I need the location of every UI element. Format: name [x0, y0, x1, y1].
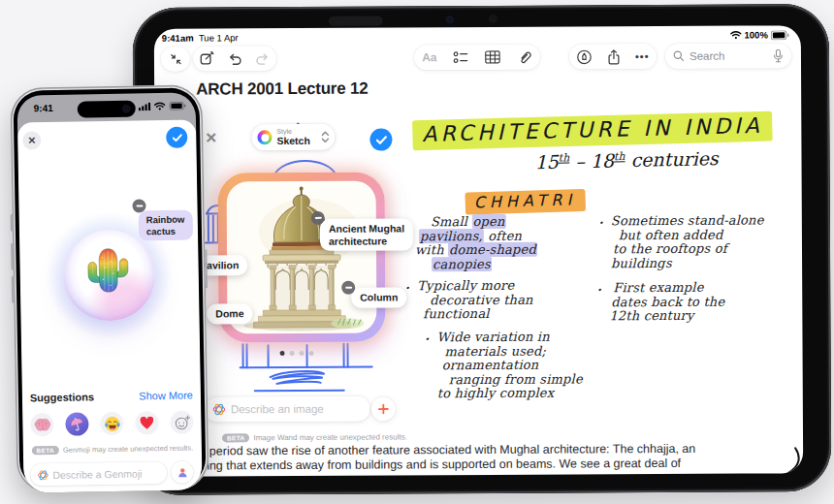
beta-note-text: Image Wand may create unexpected results… — [253, 432, 406, 442]
hw-section-highlight: CHHATRI — [465, 189, 585, 215]
collapse-button[interactable] — [161, 47, 190, 72]
ipad-camera-lens2-icon — [489, 15, 497, 23]
genmoji-sheet: ✕ — [17, 119, 203, 492]
attachment-button[interactable] — [517, 49, 532, 65]
iphone-volume-down-button — [12, 276, 15, 303]
cellular-icon — [139, 102, 151, 110]
battery-icon — [771, 30, 789, 40]
note-body-line2: ning that extends away from buildings an… — [200, 456, 695, 472]
style-selector[interactable]: StyleSketch — [251, 124, 335, 150]
suggestion-heart-emoji[interactable] — [135, 411, 158, 434]
search-placeholder: Search — [690, 49, 773, 61]
tools-toolbar: ••• — [569, 44, 657, 69]
edit-toolbar — [193, 46, 276, 71]
hw-bullet-right2: First exampledates back to the12th centu… — [609, 281, 724, 324]
wifi-icon — [730, 31, 742, 40]
genmoji-tag[interactable]: Rainbowcactus — [139, 210, 193, 241]
hw-heading: ARCHITECTURE IN INDIA — [412, 111, 773, 151]
search-field[interactable]: Search — [665, 43, 791, 69]
wifi-icon — [154, 102, 166, 110]
dynamic-island — [78, 101, 136, 118]
markup-button[interactable] — [576, 48, 593, 65]
apple-intelligence-icon — [37, 469, 48, 481]
genmoji-beta-note: BETA Genmoji may create unexpected resul… — [23, 443, 202, 455]
suggestions-label: Suggestions — [30, 391, 94, 403]
chevron-up-down-icon — [321, 131, 329, 143]
style-value: Sketch — [276, 136, 321, 146]
suggestion-laughing-emoji[interactable] — [100, 412, 123, 435]
wand-close-button[interactable]: ✕ — [205, 129, 217, 146]
genmoji-confirm-button[interactable] — [166, 127, 187, 148]
iphone-action-button — [11, 214, 14, 232]
table-button[interactable] — [485, 50, 500, 64]
share-button[interactable] — [607, 48, 621, 65]
style-color-ring-icon — [257, 130, 272, 144]
beta-note-text: Genmoji may create unexpected results. — [63, 444, 193, 455]
battery-percent: 100% — [745, 29, 768, 40]
hw-subheading: 15th – 18th centuries — [534, 147, 719, 173]
beta-badge: BETA — [31, 446, 59, 455]
iphone-status-time: 9:41 — [34, 103, 53, 113]
hw-bullet-right1: Sometimes stand-alonebut often addedto t… — [611, 213, 764, 270]
describe-image-placeholder: Describe an image — [231, 403, 324, 416]
hw-bullet-left2: Typically moredecorative thanfunctional — [417, 279, 533, 322]
ipad-camera-housing — [329, 16, 383, 26]
person-icon — [176, 466, 188, 478]
hw-heading-highlight: ARCHITECTURE IN INDIA — [412, 111, 773, 151]
text-format-button[interactable]: Aa — [422, 50, 436, 64]
ipad-status-left: 9:41am Tue 1 Apr — [162, 32, 239, 43]
show-more-link[interactable]: Show More — [139, 390, 193, 402]
ipad-camera-lens-icon — [447, 16, 453, 22]
describe-genmoji-input[interactable]: Describe a Genmoji — [30, 461, 167, 486]
tag-dome[interactable]: Dome — [207, 303, 252, 324]
tag-ancient-mughal[interactable]: Ancient Mughalarchitecture — [320, 218, 413, 251]
person-button[interactable] — [171, 461, 193, 484]
hw-section: CHHATRI — [465, 189, 585, 215]
page-dots[interactable] — [280, 351, 314, 356]
remove-tag-column-button[interactable] — [341, 281, 355, 295]
ipad-status-right: 100% — [730, 29, 789, 40]
checkmark-icon — [172, 133, 182, 142]
hw-bullet-left3: Wide variation inmaterials used;ornament… — [436, 330, 582, 400]
microphone-icon[interactable] — [773, 48, 784, 63]
genmoji-close-button[interactable]: ✕ — [22, 131, 41, 149]
battery-icon — [169, 102, 187, 110]
note-body-text: s period saw the rise of another feature… — [200, 442, 695, 473]
ipad-status-date: Tue 1 Apr — [199, 32, 239, 43]
suggestion-brain-emoji[interactable] — [30, 413, 53, 436]
tag-column[interactable]: Column — [351, 287, 406, 307]
hw-bullet-left1: Small openpavilions, oftenwith dome-shap… — [415, 215, 537, 272]
checklist-button[interactable] — [453, 50, 469, 64]
page: 9:41am Tue 1 Apr 100% Aa ••• S — [0, 0, 834, 504]
apple-intelligence-icon — [212, 402, 226, 416]
suggestion-umbrella-genmoji[interactable] — [65, 412, 88, 435]
add-image-button[interactable] — [371, 396, 396, 421]
note-title: ARCH 2001 Lecture 12 — [196, 79, 369, 100]
describe-image-input[interactable]: Describe an image — [205, 396, 370, 423]
rainbow-cactus-genmoji — [85, 245, 131, 300]
ipad-status-time: 9:41am — [162, 33, 194, 44]
new-genmoji-button[interactable] — [170, 411, 193, 434]
describe-genmoji-placeholder: Describe a Genmoji — [52, 467, 142, 481]
search-icon — [673, 50, 685, 62]
compose-button[interactable] — [199, 50, 215, 66]
more-button[interactable]: ••• — [635, 50, 650, 62]
undo-button[interactable] — [227, 51, 242, 66]
iphone-volume-up-button — [11, 243, 14, 270]
plus-icon — [378, 404, 389, 415]
remove-tag-mughal-button[interactable] — [311, 211, 325, 225]
ipad-screen: 9:41am Tue 1 Apr 100% Aa ••• S — [154, 25, 803, 476]
wand-beta-note: BETA Image Wand may create unexpected re… — [222, 432, 407, 442]
beta-badge: BETA — [222, 433, 249, 442]
iphone-screen: 9:41 ✕ — [17, 92, 203, 492]
checkmark-icon — [375, 135, 387, 144]
wand-confirm-button[interactable] — [369, 128, 392, 150]
redo-button[interactable] — [255, 51, 271, 66]
collapse-icon — [168, 51, 182, 66]
format-toolbar: Aa — [414, 45, 540, 71]
iphone-status-icons — [139, 102, 187, 111]
iphone-device: 9:41 ✕ — [10, 84, 208, 492]
